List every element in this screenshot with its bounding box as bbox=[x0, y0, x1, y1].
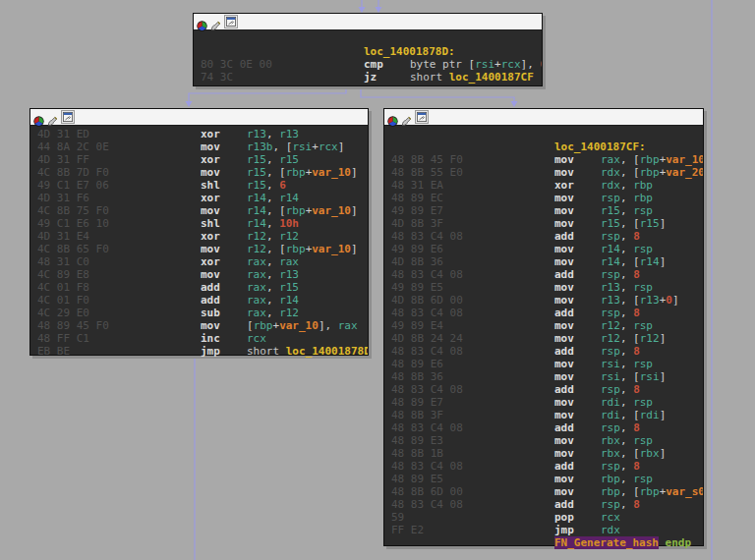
asm-line[interactable]: loc_1400187CF: bbox=[384, 140, 703, 153]
mnemonic: mov bbox=[201, 319, 247, 332]
asm-line[interactable]: 48 8B 55 E0movrdx, [rbp+var_20] bbox=[384, 166, 703, 179]
asm-line[interactable]: 59poprcx bbox=[384, 511, 703, 524]
asm-line[interactable]: 4C 8B 65 F0movr12, [rbp+var_10] bbox=[30, 243, 368, 255]
asm-line[interactable]: 4C 01 F0addrax, r14 bbox=[30, 294, 368, 307]
asm-line[interactable]: 48 89 E6movrsi, rsp bbox=[384, 358, 703, 370]
asm-line[interactable]: 48 83 C4 08addrsp, 8 bbox=[384, 230, 703, 243]
operands: rsp, 8 bbox=[601, 421, 703, 434]
asm-line[interactable]: 4D 31 FFxorr15, r15 bbox=[30, 153, 368, 166]
asm-line[interactable]: 4D 8B 24 24movr12, [r12] bbox=[384, 332, 703, 345]
operands: r15, 6 bbox=[247, 179, 368, 192]
node-color-wheel-icon[interactable] bbox=[197, 17, 207, 28]
asm-token-v: var_10 bbox=[312, 204, 351, 217]
asm-line[interactable]: 49 89 E7movr15, rsp bbox=[384, 204, 703, 217]
mnemonic: add bbox=[554, 307, 601, 319]
asm-line[interactable]: 4D 31 E4xorr12, r12 bbox=[30, 230, 368, 243]
asm-token-v: var_10 bbox=[312, 166, 351, 179]
asm-line[interactable]: 48 83 C4 08addrsp, 8 bbox=[384, 383, 703, 396]
asm-line[interactable]: FF E2jmprdx bbox=[384, 524, 703, 536]
asm-line[interactable]: 4C 8B 75 F0movr14, [rbp+var_10] bbox=[30, 204, 368, 217]
asm-line[interactable]: 48 89 E3movrbx, rsp bbox=[384, 434, 703, 447]
asm-line[interactable]: 48 83 C4 08addrsp, 8 bbox=[384, 421, 703, 434]
asm-token-p: , bbox=[620, 243, 633, 255]
mnemonic: cmp bbox=[364, 58, 410, 71]
asm-line[interactable]: 48 89 45 F0mov[rbp+var_10], rax bbox=[30, 319, 368, 332]
asm-line[interactable]: 48 31 C0xorrax, rax bbox=[30, 255, 368, 268]
asm-line[interactable]: 4C 8B 7D F0movr15, [rbp+var_10] bbox=[30, 166, 368, 179]
asm-line[interactable]: 49 89 E4movr12, rsp bbox=[384, 319, 703, 332]
asm-token-p: , bbox=[620, 281, 633, 294]
asm-line[interactable]: 48 FF C1incrcx bbox=[30, 332, 368, 345]
asm-line[interactable]: 48 83 C4 08addrsp, 8 bbox=[384, 307, 703, 319]
asm-token-r: rsp bbox=[633, 243, 653, 255]
group-node-icon[interactable] bbox=[224, 15, 238, 28]
asm-line[interactable]: 48 8B 3Fmovrdi, [rdi] bbox=[384, 409, 703, 421]
mnemonic: mov bbox=[554, 281, 601, 294]
node-color-wheel-icon[interactable] bbox=[33, 112, 44, 123]
asm-line[interactable]: 4C 01 F8addrax, r15 bbox=[30, 281, 368, 294]
node-titlebar[interactable] bbox=[194, 14, 542, 30]
asm-token-e: endp bbox=[659, 536, 691, 549]
edit-node-icon[interactable] bbox=[210, 17, 221, 28]
asm-token-r: rsp bbox=[601, 230, 620, 243]
asm-line[interactable]: 80 3C 0E 00cmpbyte ptr [rsi+rcx], 0 bbox=[194, 58, 542, 71]
operands: r13, rsp bbox=[601, 281, 703, 294]
edit-node-icon[interactable] bbox=[401, 112, 412, 123]
asm-token-p: , bbox=[266, 294, 279, 307]
operands: r12, [rbp+var_10] bbox=[247, 243, 368, 255]
asm-line[interactable]: 49 C1 E6 10shlr14, 10h bbox=[30, 217, 368, 230]
node-titlebar[interactable] bbox=[30, 109, 368, 126]
asm-token-p: , bbox=[620, 179, 633, 192]
asm-line[interactable]: 49 C1 E7 06shlr15, 6 bbox=[30, 179, 368, 192]
asm-line[interactable] bbox=[194, 32, 542, 45]
node-color-wheel-icon[interactable] bbox=[387, 112, 398, 123]
basic-block-loop-header[interactable]: loc_14001878D:80 3C 0E 00cmpbyte ptr [rs… bbox=[193, 13, 543, 86]
asm-line[interactable]: 48 89 E7movrdi, rsp bbox=[384, 396, 703, 409]
mnemonic: add bbox=[554, 460, 601, 473]
asm-line[interactable]: 4C 29 E0subrax, r12 bbox=[30, 307, 368, 319]
asm-line[interactable]: 48 83 C4 08addrsp, 8 bbox=[384, 268, 703, 281]
asm-line[interactable]: 48 83 C4 08addrsp, 8 bbox=[384, 345, 703, 358]
edit-node-icon[interactable] bbox=[47, 112, 58, 123]
asm-line[interactable]: EB BEjmpshort loc_14001878D bbox=[30, 345, 368, 358]
mnemonic: mov bbox=[201, 243, 247, 255]
asm-line[interactable]: 49 89 E6movr14, rsp bbox=[384, 243, 703, 255]
opcode-bytes: 4C 29 E0 bbox=[37, 307, 201, 319]
opcode-bytes: 49 89 E4 bbox=[391, 319, 554, 332]
asm-line[interactable]: FN_Generate_hash endp bbox=[384, 536, 703, 549]
asm-line[interactable]: 4D 8B 6D 00movr13, [r13+0] bbox=[384, 294, 703, 307]
asm-line[interactable]: 48 89 ECmovrsp, rbp bbox=[384, 192, 703, 204]
asm-line[interactable]: 74 3Cjzshort loc_1400187CF bbox=[194, 71, 542, 84]
asm-line[interactable]: 48 83 C4 08addrsp, 8 bbox=[384, 460, 703, 473]
asm-line[interactable]: 48 8B 45 F0movrax, [rbp+var_10] bbox=[384, 153, 703, 166]
group-node-icon[interactable] bbox=[415, 110, 429, 124]
asm-line[interactable]: 48 8B 36movrsi, [rsi] bbox=[384, 370, 703, 383]
asm-line[interactable]: 48 8B 1Bmovrbx, [rbx] bbox=[384, 447, 703, 460]
asm-token-p: , bbox=[266, 230, 279, 243]
asm-line[interactable]: 49 89 E5movr13, rsp bbox=[384, 281, 703, 294]
asm-line[interactable] bbox=[384, 128, 703, 140]
asm-token-r: rbp bbox=[633, 179, 653, 192]
asm-line[interactable]: 48 89 E5movrbp, rsp bbox=[384, 473, 703, 485]
basic-block-hash-mix[interactable]: 4D 31 EDxorr13, r1344 8A 2C 0Emovr13b, [… bbox=[29, 108, 369, 356]
asm-token-r: r14 bbox=[247, 192, 266, 204]
group-node-icon[interactable] bbox=[61, 110, 75, 124]
asm-line[interactable]: loc_14001878D: bbox=[194, 45, 542, 58]
asm-line[interactable]: 4D 31 F6xorr14, r14 bbox=[30, 192, 368, 204]
asm-token-p: , [ bbox=[620, 255, 640, 268]
asm-token-p: , bbox=[620, 319, 633, 332]
asm-line[interactable]: 44 8A 2C 0Emovr13b, [rsi+rcx] bbox=[30, 140, 368, 153]
operands: r14, 10h bbox=[247, 217, 368, 230]
asm-line[interactable]: 4D 31 EDxorr13, r13 bbox=[30, 128, 368, 140]
opcode-bytes: 4D 31 F6 bbox=[37, 192, 201, 204]
asm-line[interactable]: 48 8B 6D 00movrbp, [rbp+var_s0] bbox=[384, 485, 703, 498]
asm-line[interactable]: 4D 8B 3Fmovr15, [r15] bbox=[384, 217, 703, 230]
basic-block-epilogue[interactable]: loc_1400187CF:48 8B 45 F0movrax, [rbp+va… bbox=[383, 108, 704, 546]
node-titlebar[interactable] bbox=[384, 109, 703, 126]
asm-line[interactable]: 4D 8B 36movr14, [r14] bbox=[384, 255, 703, 268]
asm-line[interactable]: 48 31 EAxorrdx, rbp bbox=[384, 179, 703, 192]
asm-line[interactable]: 4C 89 E8movrax, r13 bbox=[30, 268, 368, 281]
opcode-bytes: 4C 8B 65 F0 bbox=[37, 243, 201, 255]
asm-token-r: rcx bbox=[319, 140, 338, 153]
asm-line[interactable]: 48 83 C4 08addrsp, 8 bbox=[384, 498, 703, 511]
